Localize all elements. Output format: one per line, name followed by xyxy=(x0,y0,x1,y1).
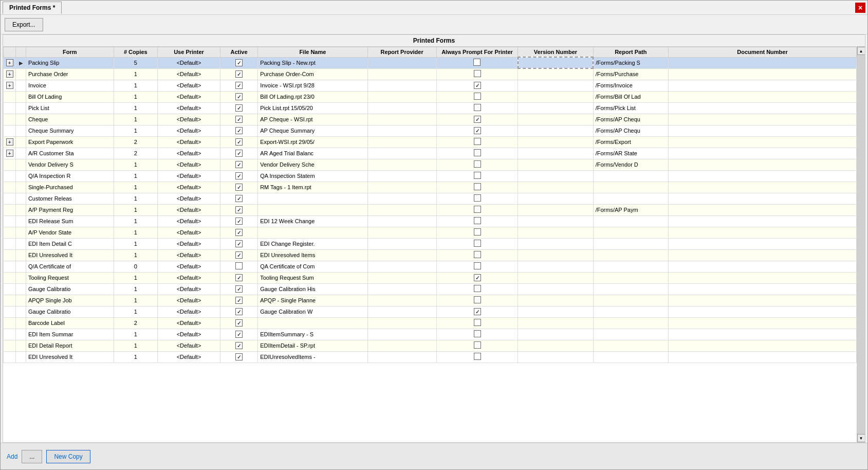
always-prompt-checkbox[interactable] xyxy=(474,217,481,224)
always-prompt-cell[interactable] xyxy=(436,351,518,363)
active-checkbox[interactable] xyxy=(235,218,243,225)
table-row[interactable]: A/P Vendor State1<Default> xyxy=(4,227,857,238)
filename-cell[interactable]: APQP - Single Planne xyxy=(258,295,367,306)
form-name-cell[interactable]: A/P Vendor State xyxy=(26,227,114,238)
docnum-cell[interactable] xyxy=(669,159,857,170)
active-cell[interactable] xyxy=(220,238,257,249)
form-name-cell[interactable]: Packing Slip xyxy=(26,57,114,68)
expand-cell[interactable] xyxy=(4,159,16,170)
printer-cell[interactable]: <Default> xyxy=(158,68,220,80)
table-row[interactable]: Tooling Request1<Default>Tooling Request… xyxy=(4,272,857,283)
table-row[interactable]: +A/R Customer Sta2<Default>AR Aged Trial… xyxy=(4,148,857,159)
always-prompt-checkbox[interactable] xyxy=(474,172,481,179)
form-name-cell[interactable]: EDI Release Sum xyxy=(26,215,114,227)
active-checkbox[interactable] xyxy=(235,82,243,89)
always-prompt-cell[interactable] xyxy=(436,329,518,340)
path-cell[interactable]: /Forms/Packing S xyxy=(593,57,668,68)
docnum-cell[interactable] xyxy=(669,351,857,363)
table-row[interactable]: Vendor Delivery S1<Default>Vendor Delive… xyxy=(4,159,857,170)
always-prompt-cell[interactable] xyxy=(436,215,518,227)
active-cell[interactable] xyxy=(220,204,257,215)
always-prompt-cell[interactable] xyxy=(436,317,518,329)
always-prompt-checkbox[interactable] xyxy=(474,70,481,77)
active-checkbox[interactable] xyxy=(235,229,243,236)
active-cell[interactable] xyxy=(220,102,257,114)
form-name-cell[interactable]: Gauge Calibratio xyxy=(26,283,114,295)
table-row[interactable]: Gauge Calibratio1<Default>Gauge Calibrat… xyxy=(4,306,857,317)
form-name-cell[interactable]: A/R Customer Sta xyxy=(26,148,114,159)
active-cell[interactable] xyxy=(220,125,257,136)
expand-cell[interactable] xyxy=(4,272,16,283)
expand-cell[interactable] xyxy=(4,295,16,306)
active-cell[interactable] xyxy=(220,114,257,125)
active-checkbox[interactable] xyxy=(235,262,243,269)
form-name-cell[interactable]: Invoice xyxy=(26,80,114,91)
printer-cell[interactable]: <Default> xyxy=(158,261,220,272)
version-cell[interactable] xyxy=(518,272,593,283)
active-cell[interactable] xyxy=(220,283,257,295)
printer-cell[interactable]: <Default> xyxy=(158,125,220,136)
table-row[interactable]: +Purchase Order1<Default>Purchase Order-… xyxy=(4,68,857,80)
always-prompt-checkbox[interactable] xyxy=(474,285,481,292)
path-cell[interactable] xyxy=(593,238,668,249)
printed-forms-tab[interactable]: Printed Forms * xyxy=(3,2,62,14)
docnum-cell[interactable] xyxy=(669,249,857,261)
form-name-cell[interactable]: Single-Purchased xyxy=(26,182,114,193)
active-checkbox[interactable] xyxy=(235,150,243,157)
always-prompt-cell[interactable] xyxy=(436,182,518,193)
table-row[interactable]: EDI Unresolved It1<Default>EDI Unresolve… xyxy=(4,249,857,261)
copies-cell[interactable]: 1 xyxy=(114,295,157,306)
always-prompt-cell[interactable] xyxy=(436,148,518,159)
form-name-cell[interactable]: EDI Item Detail C xyxy=(26,238,114,249)
active-cell[interactable] xyxy=(220,272,257,283)
version-cell[interactable] xyxy=(518,159,593,170)
table-row[interactable]: Cheque Summary1<Default>AP Cheque Summar… xyxy=(4,125,857,136)
active-checkbox[interactable] xyxy=(235,297,243,304)
version-cell[interactable] xyxy=(518,125,593,136)
always-prompt-cell[interactable] xyxy=(436,68,518,80)
filename-cell[interactable]: AP Cheque Summary xyxy=(258,125,367,136)
path-cell[interactable]: /Forms/AP Paym xyxy=(593,204,668,215)
filename-cell[interactable]: EDIItemDetail - SP.rpt xyxy=(258,340,367,351)
copies-cell[interactable]: 1 xyxy=(114,170,157,182)
filename-cell[interactable]: EDI Change Register. xyxy=(258,238,367,249)
active-checkbox[interactable] xyxy=(235,161,243,168)
scroll-up-button[interactable]: ▲ xyxy=(857,47,865,55)
version-cell[interactable] xyxy=(518,306,593,317)
filename-cell[interactable]: EDI Unresolved Items xyxy=(258,249,367,261)
copies-cell[interactable]: 1 xyxy=(114,306,157,317)
copies-cell[interactable]: 2 xyxy=(114,317,157,329)
form-name-cell[interactable]: Export Paperwork xyxy=(26,136,114,148)
always-prompt-checkbox[interactable] xyxy=(474,341,481,349)
version-cell[interactable] xyxy=(518,340,593,351)
active-checkbox[interactable] xyxy=(235,353,243,360)
expand-cell[interactable] xyxy=(4,170,16,182)
always-prompt-checkbox[interactable] xyxy=(474,82,481,89)
docnum-cell[interactable] xyxy=(669,306,857,317)
path-cell[interactable] xyxy=(593,182,668,193)
version-cell[interactable] xyxy=(518,215,593,227)
expand-cell[interactable] xyxy=(4,329,16,340)
copies-cell[interactable]: 1 xyxy=(114,329,157,340)
table-row[interactable]: Bill Of Lading1<Default>Bill Of Lading.r… xyxy=(4,91,857,102)
always-prompt-cell[interactable] xyxy=(436,170,518,182)
filename-cell[interactable] xyxy=(258,193,367,204)
active-cell[interactable] xyxy=(220,340,257,351)
always-prompt-checkbox[interactable] xyxy=(474,138,481,145)
always-prompt-checkbox[interactable] xyxy=(474,194,481,202)
active-checkbox[interactable] xyxy=(235,206,243,213)
active-cell[interactable] xyxy=(220,227,257,238)
path-cell[interactable] xyxy=(593,340,668,351)
expand-cell[interactable] xyxy=(4,102,16,114)
copies-cell[interactable]: 1 xyxy=(114,351,157,363)
docnum-cell[interactable] xyxy=(669,227,857,238)
filename-cell[interactable]: RM Tags - 1 Item.rpt xyxy=(258,182,367,193)
expand-button[interactable]: + xyxy=(6,138,13,146)
active-cell[interactable] xyxy=(220,91,257,102)
printer-cell[interactable]: <Default> xyxy=(158,80,220,91)
always-prompt-cell[interactable] xyxy=(436,295,518,306)
printer-cell[interactable]: <Default> xyxy=(158,102,220,114)
active-checkbox[interactable] xyxy=(235,184,243,191)
active-cell[interactable] xyxy=(220,159,257,170)
copies-cell[interactable]: 1 xyxy=(114,227,157,238)
